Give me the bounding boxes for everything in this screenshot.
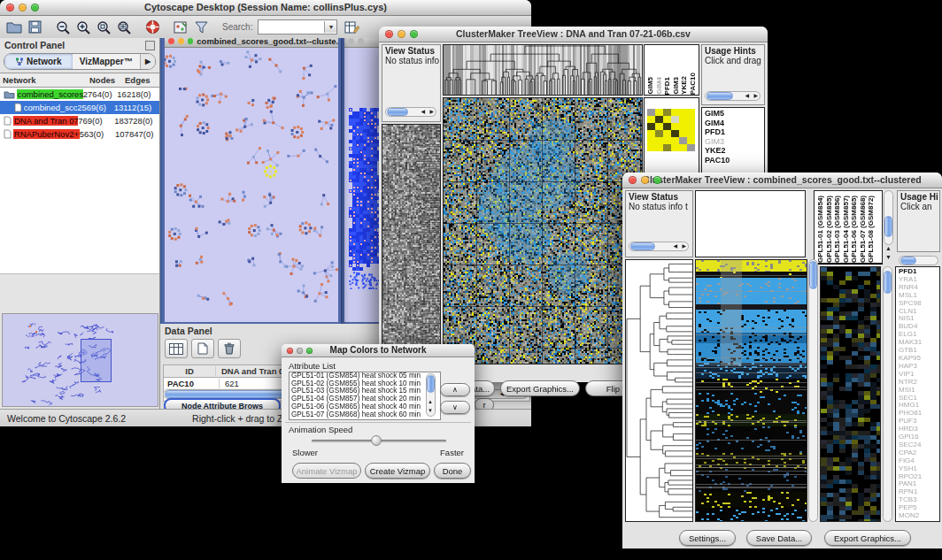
move-down-button[interactable]: ∨ [440, 401, 470, 414]
close-button[interactable] [287, 348, 293, 354]
filter-icon[interactable] [192, 19, 210, 35]
frame1-close-button[interactable] [168, 38, 174, 44]
tv1-global-heatmap[interactable] [443, 97, 643, 364]
tv2-hints-hscrollbar[interactable] [899, 256, 938, 265]
tv1-titlebar[interactable]: ClusterMaker TreeView : DNA and Tran 07-… [379, 27, 768, 42]
zoom-selected-icon[interactable] [95, 19, 112, 35]
scroll-right-icon[interactable]: ▶ [429, 108, 434, 116]
zoom-button[interactable] [31, 4, 39, 12]
tv2-column-dendrogram-area[interactable] [695, 190, 806, 257]
animate-vizmap-button[interactable]: Animate Vizmap [292, 463, 361, 479]
attribute-select-icon[interactable] [165, 339, 188, 358]
close-button[interactable] [385, 30, 393, 38]
attribute-list-item[interactable]: GPL51-07 (GSM868) heat shock 60 min [291, 411, 440, 419]
tab-vizmapper[interactable]: VizMapper™ [73, 54, 141, 69]
birdseye-view[interactable] [2, 313, 158, 407]
attribute-list[interactable]: GPL51-01 (GSM854) heat shock 05 minGPL51… [289, 372, 441, 420]
network-row[interactable]: RNAPuberNov2+!563(0)107847(0) [0, 127, 159, 141]
scroll-up-icon[interactable]: ▲ [428, 399, 433, 404]
dense-cluster-canvas[interactable] [349, 108, 381, 289]
frame1-titlebar[interactable]: combined_scores_good.txt--cluste... [165, 38, 338, 48]
tab-overflow-button[interactable]: ▶ [140, 54, 155, 69]
scroll-down-icon[interactable]: ▼ [428, 408, 433, 413]
minimize-button[interactable] [19, 4, 27, 12]
zoom-in-icon[interactable] [74, 19, 92, 35]
move-up-button[interactable]: ∧ [440, 383, 470, 396]
frame1-minimize-button[interactable] [178, 38, 184, 44]
network-row[interactable]: combined_sco2569(6)13112(15) [0, 101, 159, 114]
scroll-left-icon[interactable]: ◀ [745, 92, 749, 100]
tv1-column-labels[interactable]: GIM5GIM4PFD1GIM3YKE2PAC10 [644, 44, 699, 96]
network-view-canvas[interactable] [165, 48, 338, 317]
tv2-row-dendrogram[interactable] [625, 259, 693, 522]
tv2-heatmap-vscrollbar[interactable] [808, 259, 818, 522]
delete-attribute-trash-icon[interactable] [218, 339, 241, 358]
scroll-right-icon[interactable]: ▶ [682, 242, 686, 250]
col-nodes[interactable]: Nodes [89, 75, 125, 85]
export-graphics-button[interactable]: Export Graphics... [500, 380, 580, 396]
zoom-heatmap-matrix[interactable] [647, 109, 695, 151]
tv2-titlebar[interactable]: ClusterMaker TreeView : combined_scores_… [622, 173, 942, 188]
birdseye-viewport-rect[interactable] [81, 339, 112, 382]
attr-col-id[interactable]: ID [164, 366, 216, 376]
close-button[interactable] [629, 176, 637, 184]
save-session-icon[interactable] [26, 19, 43, 35]
dialog-titlebar[interactable]: Map Colors to Network [282, 344, 475, 357]
minimize-button[interactable] [297, 348, 303, 354]
animation-speed-slider[interactable] [312, 440, 446, 442]
tv1-status-hscrollbar[interactable]: ◀ ▶ [385, 107, 436, 117]
tv1-row-dendrogram[interactable] [382, 124, 441, 364]
faster-label: Faster [440, 448, 464, 457]
open-session-icon[interactable] [5, 19, 23, 35]
attribute-editor-icon[interactable] [344, 19, 361, 35]
tv2-global-heatmap[interactable] [695, 259, 807, 522]
done-button[interactable]: Done [434, 463, 471, 479]
float-panel-icon[interactable] [145, 41, 155, 50]
node-attribute-browser-tab[interactable]: Node Attribute Brows [164, 398, 281, 409]
zoom-button[interactable] [653, 176, 661, 184]
search-dropdown-arrow-icon[interactable]: ▾ [324, 21, 336, 33]
tv2-zoom-heatmap[interactable] [820, 266, 881, 522]
scroll-left-icon[interactable]: ◀ [421, 108, 425, 116]
scroll-down-icon[interactable]: ▼ [885, 254, 892, 260]
minimize-button[interactable] [641, 176, 649, 184]
scroll-left-icon[interactable]: ◀ [673, 242, 677, 250]
tv2-column-labels[interactable]: GPL51-01 (GSM854)GPL51-02 (GSM855)GPL51-… [814, 190, 883, 265]
zoom-out-icon[interactable] [54, 19, 72, 35]
save-data-button[interactable]: Save Data... [746, 530, 812, 546]
scroll-up-icon[interactable]: ▲ [885, 245, 892, 251]
close-button[interactable] [6, 4, 14, 12]
zoom-button[interactable] [410, 30, 418, 38]
col-edges[interactable]: Edges [125, 75, 159, 85]
settings-button[interactable]: Settings... [679, 530, 736, 546]
col-network[interactable]: Network [0, 75, 89, 85]
zoom-fit-icon[interactable] [115, 19, 133, 35]
create-vizmap-button[interactable]: Create Vizmap [365, 463, 430, 479]
zoom-button[interactable] [306, 348, 313, 354]
search-input[interactable]: ▾ [258, 19, 337, 35]
help-icon[interactable] [143, 19, 161, 35]
tv2-labels-vscrollbar[interactable] [884, 190, 893, 245]
new-attribute-icon[interactable] [191, 339, 214, 358]
export-graphics-button[interactable]: Export Graphics... [824, 530, 911, 546]
frame2-titlebar[interactable] [344, 38, 382, 48]
frame2-minimize-button[interactable] [358, 38, 364, 44]
tab-network[interactable]: Network [4, 54, 73, 69]
minimize-button[interactable] [398, 30, 405, 38]
edge-attribute-browser-tab-fragment[interactable]: r [475, 398, 494, 409]
window-controls[interactable] [0, 4, 39, 12]
attribute-list-vscrollbar[interactable]: ▲ ▼ [426, 373, 436, 417]
main-titlebar[interactable]: Cytoscape Desktop (Session Name: collins… [0, 0, 531, 16]
snapshot-icon[interactable] [172, 19, 189, 35]
tv2-zoom-vscrollbar[interactable] [883, 266, 892, 522]
frame1-zoom-button[interactable] [188, 38, 194, 44]
slider-thumb[interactable] [371, 435, 382, 446]
frame2-close-button[interactable] [348, 38, 354, 44]
tv1-column-dendrogram[interactable] [443, 44, 643, 96]
network-row[interactable]: combined_scores_2764(0)16218(0) [0, 88, 159, 101]
tv1-hints-hscrollbar[interactable]: ◀ ▶ [705, 91, 761, 101]
scroll-right-icon[interactable]: ▶ [753, 92, 758, 100]
network-view-frame-1[interactable]: combined_scores_good.txt--cluste... [162, 38, 341, 324]
network-row[interactable]: DNA and Tran 07769(0)183728(0) [0, 114, 159, 127]
tv2-status-hscrollbar[interactable]: ◀ ▶ [629, 242, 689, 251]
